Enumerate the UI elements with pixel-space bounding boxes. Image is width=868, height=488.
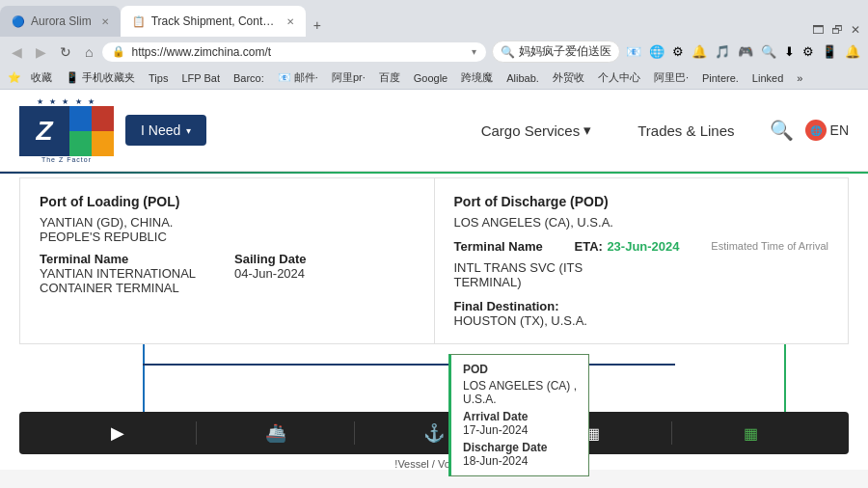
- tab-aurora-icon: 🔵: [12, 15, 25, 28]
- tab-aurora-close[interactable]: ✕: [101, 16, 109, 27]
- window-maximize-icon[interactable]: 🗗: [831, 23, 843, 37]
- bookmark-baidu[interactable]: 百度: [375, 69, 404, 86]
- extension-icon-3[interactable]: ⚙: [672, 44, 684, 59]
- bookmark-waomao[interactable]: 外贸收: [549, 69, 588, 86]
- pod-location: LOS ANGELES (CA), U.S.A.: [454, 215, 829, 230]
- bookmark-lfp[interactable]: LFP Bat: [177, 71, 224, 85]
- ineed-label: I Need: [141, 122, 180, 138]
- bar-ship-icon[interactable]: 🚢: [197, 422, 354, 444]
- bookmark-personal[interactable]: 个人中心: [594, 69, 644, 86]
- pod-card: Port of Discharge (POD) LOS ANGELES (CA)…: [435, 178, 849, 343]
- main-nav: Cargo Services ▾ Trades & Lines 🔍 🌐 EN: [458, 119, 849, 142]
- extension-icon-7[interactable]: 🔍: [761, 44, 776, 59]
- bookmark-tips[interactable]: Tips: [145, 71, 172, 85]
- pod-vertical-line: [784, 344, 786, 421]
- pol-location-line2: PEOPLE'S REPUBLIC: [40, 230, 415, 244]
- zim-logo: ★ ★ ★ ★ ★ Z The Z Factor: [19, 97, 114, 163]
- bookmark-barco[interactable]: Barco:: [230, 71, 268, 85]
- bar-container-icon-2[interactable]: ▦: [672, 424, 829, 443]
- nav-trades-lines[interactable]: Trades & Lines: [614, 122, 757, 139]
- extension-icon-2[interactable]: 🌐: [649, 44, 665, 59]
- bookmark-star-icon: ⭐: [8, 71, 21, 84]
- bookmark-shoucang[interactable]: 收藏: [27, 69, 56, 86]
- extension-icon-11[interactable]: 🔔: [845, 44, 860, 59]
- tab-zim-close[interactable]: ✕: [286, 16, 294, 27]
- window-close-icon[interactable]: ✕: [851, 23, 860, 37]
- extension-icon-8[interactable]: ⬇: [784, 44, 795, 59]
- port-cards-wrapper: Port of Loading (POL) YANTIAN (GD), CHIN…: [0, 177, 868, 344]
- zim-header: ★ ★ ★ ★ ★ Z The Z Factor I Need: [0, 90, 868, 172]
- header-divider: [0, 172, 868, 174]
- bookmark-kuajing[interactable]: 跨境魔: [457, 69, 497, 86]
- pol-terminal-name-1: YANTIAN INTERNATIONAL: [40, 266, 196, 281]
- ineed-button[interactable]: I Need ▾: [125, 115, 206, 146]
- header-search-icon[interactable]: 🔍: [770, 119, 794, 142]
- pol-label: Port of Loading (POL): [40, 194, 415, 209]
- bookmark-google[interactable]: Google: [410, 71, 451, 85]
- port-cards: Port of Loading (POL) YANTIAN (GD), CHIN…: [19, 177, 849, 344]
- bookmark-linkedin[interactable]: Linked: [748, 71, 787, 85]
- tab-zim-title: Track Shipment, Container Tr...: [151, 14, 277, 28]
- logo-stars: ★ ★ ★ ★ ★: [37, 97, 96, 106]
- nav-cargo-services[interactable]: Cargo Services ▾: [458, 122, 615, 139]
- pol-card: Port of Loading (POL) YANTIAN (GD), CHIN…: [20, 178, 435, 343]
- nav-cargo-label: Cargo Services: [481, 122, 581, 139]
- sailing-date-value: 04-Jun-2024: [234, 266, 306, 281]
- logo-colorblock: [69, 106, 114, 156]
- sailing-date-label: Sailing Date: [234, 252, 306, 266]
- pod-popup-arrival-label: Arrival Date: [463, 410, 577, 423]
- search-box[interactable]: 🔍 妈妈疯子爱伯送医: [492, 41, 620, 63]
- pol-vertical-line: [143, 344, 145, 421]
- bookmark-more-icon[interactable]: »: [797, 72, 802, 84]
- tab-aurora[interactable]: 🔵 Aurora Slim ✕: [0, 6, 121, 37]
- pod-terminal-name-2: TERMINAL): [454, 275, 829, 289]
- extension-icon-1[interactable]: 📧: [626, 44, 641, 59]
- extension-icon-5[interactable]: 🎵: [715, 44, 730, 59]
- bookmark-mail[interactable]: 📧 邮件·: [274, 69, 322, 86]
- pod-terminal-label: Terminal Name: [454, 239, 543, 254]
- pod-popup-arrival-value: 17-Jun-2024: [463, 423, 577, 437]
- tab-aurora-title: Aurora Slim: [31, 14, 92, 28]
- bookmarks-bar: ⭐ 收藏 📱 手机收藏夹 Tips LFP Bat Barco: 📧 邮件· 阿…: [0, 67, 868, 90]
- forward-button[interactable]: ▶: [32, 42, 50, 62]
- extension-icon-9[interactable]: ⚙: [802, 44, 814, 59]
- back-button[interactable]: ◀: [8, 42, 26, 62]
- home-button[interactable]: ⌂: [81, 42, 96, 62]
- bookmark-pinterest[interactable]: Pintere.: [698, 71, 743, 85]
- url-dropdown-icon: ▾: [472, 46, 476, 57]
- vessel-label: !Vessel / Voyage: [19, 458, 849, 470]
- nav-trades-label: Trades & Lines: [637, 122, 734, 139]
- timeline-area: ▼ ▼ POD LOS ANGELES (CA) , U.S.A. Arriva…: [0, 344, 868, 470]
- bookmark-alibaba[interactable]: Alibab.: [502, 71, 543, 85]
- lock-icon: 🔒: [112, 45, 125, 58]
- tab-zim[interactable]: 📋 Track Shipment, Container Tr... ✕: [121, 6, 306, 37]
- pod-popup-value-2: U.S.A.: [463, 393, 577, 406]
- tracking-bar: ▶ 🚢 ⚓ ▦ ▦: [19, 412, 849, 454]
- ineed-arrow-icon: ▾: [186, 125, 191, 136]
- bar-flag-icon[interactable]: ▶: [39, 422, 196, 444]
- bookmark-alibaba2[interactable]: 阿里巴·: [650, 69, 692, 86]
- bookmark-phone[interactable]: 📱 手机收藏夹: [62, 69, 139, 86]
- tab-zim-icon: 📋: [132, 15, 146, 28]
- logo-z-block: Z: [19, 106, 69, 156]
- logo-z-text: Z: [36, 116, 52, 147]
- lang-flag-icon: 🌐: [805, 120, 827, 141]
- browser-actions: 📧 🌐 ⚙ 🔔 🎵 🎮 🔍 ⬇ ⚙ 📱 🔔: [626, 44, 860, 59]
- lang-text[interactable]: EN: [830, 122, 849, 138]
- url-text: https://www.zimchina.com/t: [131, 45, 466, 59]
- extension-icon-6[interactable]: 🎮: [738, 44, 753, 59]
- pol-terminal-name-2: CONTAINER TERMINAL: [40, 281, 196, 295]
- bookmark-ali[interactable]: 阿里pr·: [328, 69, 369, 86]
- extension-icon-10[interactable]: 📱: [822, 44, 837, 59]
- final-dest-label: Final Destination:: [454, 299, 829, 313]
- extension-icon-4[interactable]: 🔔: [692, 44, 707, 59]
- tab-bar: 🔵 Aurora Slim ✕ 📋 Track Shipment, Contai…: [0, 0, 868, 37]
- new-tab-button[interactable]: +: [306, 14, 329, 37]
- address-bar[interactable]: 🔒 https://www.zimchina.com/t ▾: [102, 42, 486, 62]
- pod-popup-discharge-value: 18-Jun-2024: [463, 454, 577, 468]
- search-text: 妈妈疯子爱伯送医: [519, 43, 611, 60]
- pol-location-line1: YANTIAN (GD), CHINA.: [40, 215, 415, 230]
- reload-button[interactable]: ↻: [56, 42, 75, 62]
- window-restore-icon[interactable]: 🗖: [812, 23, 824, 37]
- pod-label: Port of Discharge (POD): [454, 194, 829, 209]
